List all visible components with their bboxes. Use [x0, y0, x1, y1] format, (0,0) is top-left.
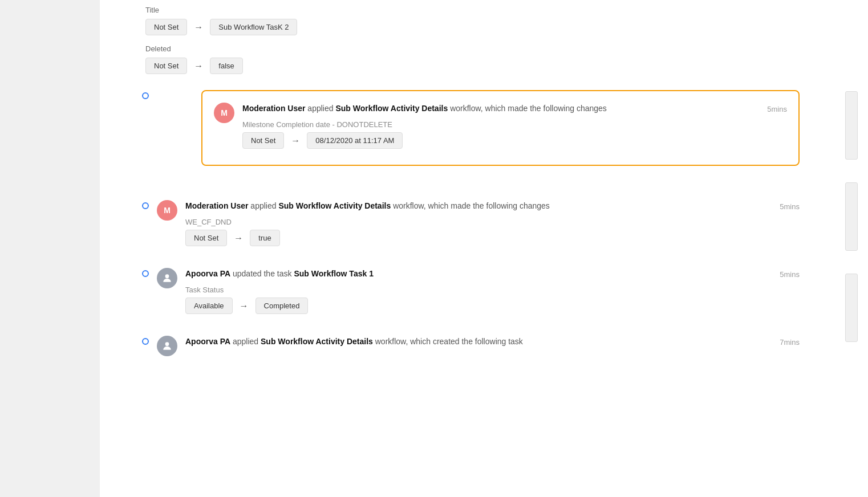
timeline-item-3: Apoorva PA updated the task Sub Workflow…	[134, 268, 800, 319]
title-change-row: Not Set → Sub Workflow TasK 2	[145, 19, 788, 35]
title-to-value: Sub Workflow TasK 2	[210, 19, 297, 35]
item-1-workflow: Sub Workflow Activity Details	[335, 104, 448, 113]
item-1-suffix: workflow, which made the following chang…	[450, 104, 607, 113]
item-2-action: applied	[250, 201, 278, 210]
item-2-actor: Moderation User	[185, 201, 248, 210]
item-4-workflow: Sub Workflow Activity Details	[261, 337, 373, 346]
highlighted-box: M Moderation User applied Sub Workflow A…	[201, 90, 800, 166]
timeline-item-1-inner: M Moderation User applied Sub Workflow A…	[157, 90, 800, 183]
deleted-arrow-icon: →	[194, 61, 203, 71]
left-sidebar	[0, 0, 100, 497]
timeline-dot-4-wrapper	[134, 336, 157, 345]
timeline-dot-3	[142, 270, 149, 277]
item-2-from: Not Set	[185, 230, 227, 246]
title-from-value: Not Set	[145, 19, 187, 35]
page-layout: Title Not Set → Sub Workflow TasK 2 Dele…	[0, 0, 868, 497]
right-panels	[834, 0, 868, 497]
top-section: Title Not Set → Sub Workflow TasK 2 Dele…	[100, 0, 834, 90]
item-3-content: Apoorva PA updated the task Sub Workflow…	[185, 268, 768, 319]
svg-point-0	[165, 274, 169, 278]
timeline-item-2: M Moderation User applied Sub Workflow A…	[134, 200, 800, 251]
timeline-dot-4	[142, 338, 149, 345]
item-4-header: Apoorva PA applied Sub Workflow Activity…	[185, 336, 768, 348]
main-content: Title Not Set → Sub Workflow TasK 2 Dele…	[100, 0, 834, 497]
item-1-header: Moderation User applied Sub Workflow Act…	[242, 103, 756, 115]
timeline-dot-3-wrapper	[134, 268, 157, 277]
item-1-to: 08/12/2020 at 11:17 AM	[307, 132, 403, 149]
right-panel-1	[845, 91, 858, 160]
item-3-arrow: →	[240, 301, 249, 311]
item-2-timestamp: 5mins	[768, 200, 800, 211]
item-3-change-label: Task Status	[185, 286, 768, 294]
title-field-label: Title	[145, 6, 788, 14]
item-1-arrow: →	[291, 136, 300, 146]
item-3-change-row: Available → Completed	[185, 298, 768, 314]
avatar-1: M	[214, 103, 234, 123]
deleted-from-value: Not Set	[145, 58, 187, 74]
avatar-3	[157, 268, 177, 288]
item-2-workflow: Sub Workflow Activity Details	[278, 201, 391, 210]
item-3-timestamp: 5mins	[768, 268, 800, 279]
item-1-change-label: Milestone Completion date - DONOTDELETE	[242, 120, 756, 129]
item-2-content: Moderation User applied Sub Workflow Act…	[185, 200, 768, 251]
timeline-dot-1-wrapper	[134, 90, 157, 99]
item-3-actor: Apoorva PA	[185, 269, 230, 278]
item-1-action: applied	[307, 104, 335, 113]
title-arrow-icon: →	[194, 22, 203, 32]
item-4-timestamp: 7mins	[768, 336, 800, 347]
timeline-item-4: Apoorva PA applied Sub Workflow Activity…	[134, 336, 800, 356]
item-2-change-label: WE_CF_DND	[185, 218, 768, 226]
item-1-change-row: Not Set → 08/12/2020 at 11:17 AM	[242, 132, 756, 149]
avatar-2: M	[157, 200, 177, 221]
item-2-arrow: →	[234, 233, 243, 243]
right-panel-3	[845, 274, 858, 342]
item-3-header: Apoorva PA updated the task Sub Workflow…	[185, 268, 768, 280]
highlighted-avatar-row: M Moderation User applied Sub Workflow A…	[214, 103, 787, 153]
item-2-change-row: Not Set → true	[185, 230, 768, 246]
timeline-dot-1	[142, 92, 149, 99]
item-1-from: Not Set	[242, 132, 284, 149]
item-3-to: Completed	[255, 298, 309, 314]
item-1-timestamp: 5mins	[756, 103, 787, 113]
item-4-suffix: workflow, which created the following ta…	[375, 337, 523, 346]
item-2-suffix: workflow, which made the following chang…	[393, 201, 550, 210]
timeline-dot-2-wrapper	[134, 200, 157, 209]
svg-point-1	[165, 342, 169, 346]
item-3-from: Available	[185, 298, 233, 314]
item-3-action: updated the task	[233, 269, 294, 278]
deleted-field-label: Deleted	[145, 44, 788, 53]
timeline-dot-2	[142, 202, 149, 209]
item-3-workflow: Sub Workflow Task 1	[294, 269, 374, 278]
deleted-to-value: false	[210, 58, 242, 74]
item-4-action: applied	[233, 337, 261, 346]
timeline-container: M Moderation User applied Sub Workflow A…	[100, 90, 834, 356]
item-4-content: Apoorva PA applied Sub Workflow Activity…	[185, 336, 768, 353]
item-1-actor: Moderation User	[242, 104, 305, 113]
item-4-actor: Apoorva PA	[185, 337, 230, 346]
deleted-change-row: Not Set → false	[145, 58, 788, 74]
timeline-item-1: M Moderation User applied Sub Workflow A…	[134, 90, 800, 183]
item-2-header: Moderation User applied Sub Workflow Act…	[185, 200, 768, 212]
item-2-to: true	[250, 230, 279, 246]
avatar-4	[157, 336, 177, 356]
highlighted-inner: Moderation User applied Sub Workflow Act…	[242, 103, 756, 153]
right-panel-2	[845, 182, 858, 251]
